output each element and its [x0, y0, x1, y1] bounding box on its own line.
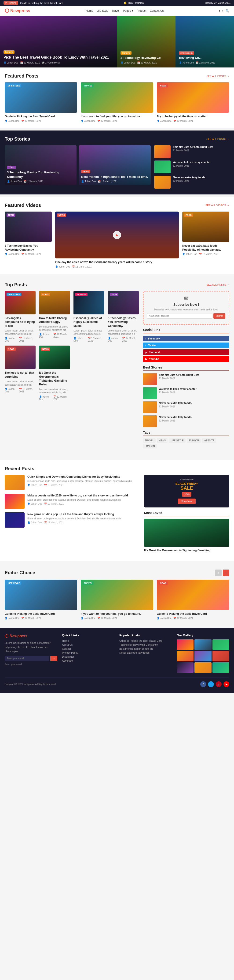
pinterest-label: Pinterest — [149, 351, 160, 353]
gallery-item-5[interactable] — [212, 651, 229, 661]
footer-youtube-icon[interactable]: ▶ — [223, 681, 229, 687]
trending-link[interactable]: Guide to Picking the Best Travel Card — [20, 2, 63, 5]
recent-item-1[interactable]: Make a beauty selfie 2020: new life to g… — [5, 494, 139, 509]
twitter-icon[interactable]: t — [222, 9, 223, 13]
best-story-3-title: Never eat extra fatty foods. — [159, 415, 192, 418]
footer-popular-3[interactable]: Never eat extra fatty foods. — [119, 651, 172, 654]
recent-item-2[interactable]: New game studios pop up all the time and… — [5, 512, 139, 528]
footer-link-about[interactable]: About Us — [62, 643, 115, 646]
footer-twitter-icon[interactable]: t — [208, 681, 214, 687]
nav-travel[interactable]: Travel — [112, 9, 120, 13]
nav-pages[interactable]: Pages ▾ — [123, 9, 133, 13]
tag-news[interactable]: NEWS — [157, 438, 168, 443]
footer-popular-1[interactable]: Technology Reviewing Constantly — [119, 643, 172, 646]
tag-fashion[interactable]: FASHION — [187, 438, 201, 443]
nav-lifestyle[interactable]: Life Style — [96, 9, 108, 13]
hero-card2-meta: 👤 Johen Doe 📅 12 March, 2021 — [120, 61, 161, 64]
editor-card-2[interactable]: NEWS Guide to Picking the Best Travel Ca… — [157, 580, 229, 620]
nav-contact[interactable]: Contact Us — [150, 9, 164, 13]
twitter-social-btn[interactable]: t Twitter — [143, 342, 229, 348]
featured-card-0[interactable]: LIFE STYLE Guide to Picking the Best Tra… — [5, 82, 77, 122]
video-card-2[interactable]: FOOD Never eat extra fatty foods. Possib… — [182, 212, 229, 268]
recent-item-0[interactable]: Quick Simple and Downright Comforting Di… — [5, 475, 139, 490]
best-story-1-date: 12 March, 2021 — [159, 391, 196, 394]
tag-website[interactable]: WEBSITE — [202, 438, 216, 443]
subscribe-email[interactable] — [147, 313, 212, 319]
youtube-social-btn[interactable]: ▶ Youtube — [143, 356, 229, 362]
gallery-item-2[interactable] — [212, 640, 229, 650]
story-sm-1[interactable]: We have to keep every chapter 12 March, … — [154, 161, 229, 173]
footer-link-privacy[interactable]: Privacy Policy — [62, 651, 115, 654]
ad-shop-btn[interactable]: Shop Now — [178, 498, 196, 504]
story-sm-0[interactable]: This Not Just A Photo But It Best 12 Mar… — [154, 145, 229, 158]
video-card-0[interactable]: TECH 3 Technology Basics You Reviewing C… — [5, 212, 52, 268]
top-post-3[interactable]: TECH 3 Technology Basics You Reviewing C… — [108, 291, 139, 342]
footer-link-disclaimer[interactable]: Disclaimer — [62, 655, 115, 658]
gallery-item-6[interactable] — [177, 662, 193, 673]
gallery-item-0[interactable] — [177, 640, 193, 650]
top-post-2-meta: 👤 Johen Doe📅 12 March, 2021 — [73, 337, 104, 342]
top-post-1[interactable]: FOOD How to Make Chareg Armenia's Eggy L… — [39, 291, 70, 342]
hero-main-card[interactable]: Trending Pick The Best Travel Guide Book… — [0, 16, 117, 67]
editor-card-1[interactable]: TRAVEL If you want to find your life, yo… — [81, 580, 153, 620]
footer-link-home[interactable]: Home — [62, 640, 115, 642]
top-stories-see-all[interactable]: SEE ALL POSTS → — [206, 137, 229, 140]
logo[interactable]: ⬡ Newpress — [5, 8, 30, 14]
best-story-1[interactable]: We have to keep every chapter 12 March, … — [143, 387, 229, 399]
footer-facebook-icon[interactable]: f — [200, 681, 206, 687]
hero-side-card1[interactable]: Trending 2 Technology Reviewing Co 👤 Joh… — [117, 16, 176, 67]
best-story-3[interactable]: Never eat extra fatty foods. 12 March, 2… — [143, 415, 229, 427]
best-story-2[interactable]: Never eat extra fatty foods. 12 March, 2… — [143, 401, 229, 413]
tag-travel[interactable]: TRAVEL — [143, 438, 156, 443]
featured-see-all[interactable]: SEE ALL POSTS → — [206, 75, 229, 78]
story-card-0[interactable]: TECH 3 Technology Basics You Reviewing C… — [5, 145, 76, 189]
top-post-4[interactable]: NEWS The loss is not all that surprising… — [5, 345, 36, 401]
play-button[interactable]: ▶ — [113, 231, 121, 239]
footer-email-input[interactable] — [5, 656, 49, 661]
footer-pinterest-icon[interactable]: p — [216, 681, 221, 687]
footer-link-advertise[interactable]: Advertise — [62, 659, 115, 662]
footer-popular-2[interactable]: Best friends in high school life — [119, 648, 172, 650]
gallery-item-1[interactable] — [194, 640, 211, 650]
pinterest-social-btn[interactable]: p Pinterest — [143, 349, 229, 355]
gallery-item-7[interactable] — [194, 662, 211, 673]
tag-london[interactable]: LONDON — [143, 444, 157, 449]
footer-popular-0[interactable]: Guide to Picking the Best Travel Card — [119, 640, 172, 642]
story-sm-2-title: Never eat extra fatty foods. — [173, 176, 229, 179]
footer-logo[interactable]: ⬡ Newpress — [5, 633, 57, 639]
gallery-item-4[interactable] — [194, 651, 211, 661]
featured-card-1[interactable]: TRAVEL If you want to find your life, yo… — [81, 82, 153, 122]
top-post-0[interactable]: LIFE STYLE Los angeles compound he is tr… — [5, 291, 36, 342]
gallery-item-3[interactable] — [177, 651, 193, 661]
editor-card-0[interactable]: LIFE STYLE Guide to Picking the Best Tra… — [5, 580, 77, 620]
story-card-1-tag: NEWS — [81, 170, 90, 173]
editor-next-button[interactable]: › — [223, 570, 229, 576]
top-post-0-title: Los angeles compound he is trying to sel… — [5, 316, 36, 328]
search-icon[interactable]: 🔍 — [226, 9, 229, 13]
hero-card2-date: 📅 12 March, 2021 — [137, 61, 157, 64]
video-card-main[interactable]: NEWS ▶ One day the cities of two thousan… — [55, 212, 179, 268]
nav-product[interactable]: Product — [137, 9, 146, 13]
top-posts-left: LIFE STYLE Los angeles compound he is tr… — [5, 291, 139, 452]
story-sm-2[interactable]: Never eat extra fatty foods. 12 March, 2… — [154, 176, 229, 189]
featured-card-2[interactable]: NEWS Try to be happy all the time no mat… — [157, 82, 229, 122]
facebook-social-btn[interactable]: f Facebook — [143, 336, 229, 341]
nav-home[interactable]: Home — [85, 9, 93, 13]
editor-prev-button[interactable]: ‹ — [215, 570, 221, 576]
top-posts-see-all[interactable]: SEE ALL POSTS → — [206, 283, 229, 286]
trending-badge[interactable]: # Trending — [3, 1, 18, 5]
top-post-5[interactable]: NEWS It's Great the Government is Tighte… — [39, 345, 70, 401]
top-post-2[interactable]: FASHION Essential Qualities of Highly Su… — [73, 291, 104, 342]
tag-lifestyle[interactable]: LIFE STYLE — [169, 438, 185, 443]
subscribe-button[interactable]: Submit — [213, 313, 225, 319]
best-story-0[interactable]: This Not Just A Photo But It Best 12 Mar… — [143, 373, 229, 385]
footer-subscribe-btn[interactable]: → — [50, 656, 57, 661]
most-loved-item[interactable]: It's Great the Government is Tightening … — [144, 519, 229, 552]
featured-card-1-meta: 👤 Johen Doe📅 12 March, 2021 — [81, 120, 153, 122]
story-card-1[interactable]: NEWS Best friends in high school life, I… — [79, 145, 151, 189]
gallery-item-8[interactable] — [212, 662, 229, 673]
footer-link-contact[interactable]: Contact — [62, 648, 115, 650]
featured-videos-see-all[interactable]: SEE ALL VIDEOS → — [206, 204, 229, 207]
hero-side-card2[interactable]: 2 Technology Reviewing Co... 👤 Johen Doe… — [176, 16, 234, 67]
facebook-icon[interactable]: f — [219, 9, 220, 13]
